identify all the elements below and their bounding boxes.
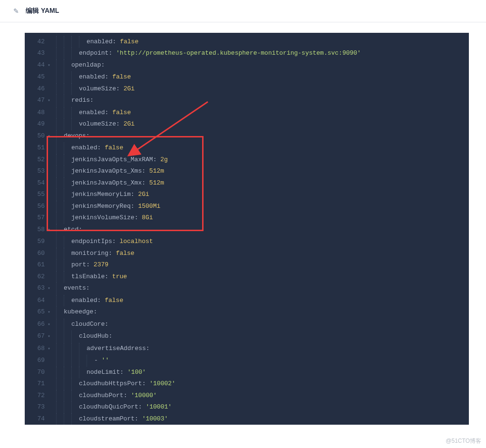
code-content[interactable]: events: [56,282,469,295]
code-line[interactable]: 53 jenkinsJavaOpts_Xms: 512m [25,166,469,177]
line-number: 46 [25,83,48,95]
code-line[interactable]: 57 jenkinsVolumeSize: 8Gi [25,212,469,224]
fold-toggle[interactable]: ▾ [48,306,56,319]
code-line[interactable]: 44▾ openldap: [25,59,469,72]
code-line[interactable]: 74 cloudstreamPort: '10003' [25,413,469,425]
line-number: 55 [25,189,48,201]
code-content[interactable]: cloudstreamPort: '10003' [56,413,469,425]
code-content[interactable]: nodeLimit: '100' [56,367,469,379]
code-line[interactable]: 64 enabled: false [25,295,469,307]
fold-toggle [48,36,56,48]
code-line[interactable]: 48 enabled: false [25,107,469,119]
code-content[interactable]: endpoint: 'http://prometheus-operated.ku… [56,48,469,59]
code-line[interactable]: 67▾ cloudHub: [25,331,469,343]
code-line[interactable]: 63▾ events: [25,282,469,295]
code-line[interactable]: 50▾ devops: [25,130,469,143]
fold-toggle [48,154,56,166]
code-line[interactable]: 68▾ advertiseAddress: [25,343,469,355]
fold-toggle[interactable]: ▾ [48,331,56,343]
code-line[interactable]: 41 Grumonitoring: [25,33,469,36]
fold-toggle [48,48,56,59]
code-line[interactable]: 47▾ redis: [25,95,469,107]
code-content[interactable]: enabled: false [56,295,469,307]
line-number: 47 [25,95,48,107]
code-line[interactable]: 46 volumeSize: 2Gi [25,83,469,95]
code-content[interactable]: cloudHub: [56,331,469,343]
code-content[interactable]: endpointIps: localhost [56,236,469,248]
fold-toggle[interactable]: ▾ [48,224,56,236]
code-line[interactable]: 60 monitoring: false [25,248,469,260]
code-content[interactable]: volumeSize: 2Gi [56,118,469,130]
fold-toggle [48,390,56,402]
code-line[interactable]: 61 port: 2379 [25,259,469,271]
code-content[interactable]: volumeSize: 2Gi [56,83,469,95]
fold-toggle [48,401,56,413]
code-line[interactable]: 58▾ etcd: [25,224,469,236]
code-line[interactable]: 65▾ kubeedge: [25,306,469,319]
code-content[interactable]: advertiseAddress: [56,343,469,355]
fold-toggle [48,201,56,213]
code-content[interactable]: devops: [56,130,469,143]
code-content[interactable]: jenkinsJavaOpts_Xmx: 512m [56,177,469,189]
code-content[interactable]: Grumonitoring: [56,33,469,36]
code-content[interactable]: jenkinsJavaOpts_Xms: 512m [56,166,469,177]
line-number: 44 [25,59,48,72]
code-line[interactable]: 70 nodeLimit: '100' [25,367,469,379]
fold-toggle [48,107,56,119]
code-content[interactable]: openldap: [56,59,469,72]
fold-toggle [48,189,56,201]
code-line[interactable]: 51 enabled: false [25,142,469,154]
code-line[interactable]: 56 jenkinsMemoryReq: 1500Mi [25,201,469,213]
code-content[interactable]: etcd: [56,224,469,236]
line-number: 43 [25,48,48,59]
code-content[interactable]: kubeedge: [56,306,469,319]
fold-toggle[interactable]: ▾ [48,59,56,72]
fold-toggle[interactable]: ▾ [48,95,56,107]
code-content[interactable]: cloudhubPort: '10000' [56,390,469,402]
code-content[interactable]: - '' [56,355,469,367]
fold-toggle[interactable]: ▾ [48,130,56,143]
code-content[interactable]: cloudhubQuicPort: '10001' [56,401,469,413]
line-number: 60 [25,248,48,260]
code-line[interactable]: 66▾ cloudCore: [25,319,469,331]
code-line[interactable]: 62 tlsEnable: true [25,271,469,283]
line-number: 51 [25,142,48,154]
code-content[interactable]: enabled: false [56,142,469,154]
code-content[interactable]: monitoring: false [56,248,469,260]
code-content[interactable]: port: 2379 [56,259,469,271]
code-content[interactable]: redis: [56,95,469,107]
code-content[interactable]: jenkinsMemoryLim: 2Gi [56,189,469,201]
code-content[interactable]: cloudCore: [56,319,469,331]
line-number: 74 [25,413,48,425]
code-line[interactable]: 71 cloudhubHttpsPort: '10002' [25,378,469,390]
code-line[interactable]: 54 jenkinsJavaOpts_Xmx: 512m [25,177,469,189]
fold-toggle[interactable]: ▾ [48,319,56,331]
line-number: 65 [25,306,48,319]
line-number: 72 [25,390,48,402]
code-content[interactable]: tlsEnable: true [56,271,469,283]
page-title: 编辑 YAML [26,7,59,15]
fold-toggle[interactable]: ▾ [48,343,56,355]
fold-toggle[interactable]: ▾ [48,282,56,295]
code-line[interactable]: 73 cloudhubQuicPort: '10001' [25,401,469,413]
line-number: 49 [25,118,48,130]
code-content[interactable]: jenkinsJavaOpts_MaxRAM: 2g [56,154,469,166]
edit-icon: ✎ [13,7,19,15]
code-content[interactable]: enabled: false [56,107,469,119]
code-line[interactable]: 43 endpoint: 'http://prometheus-operated… [25,48,469,59]
line-number: 71 [25,378,48,390]
code-line[interactable]: 45 enabled: false [25,71,469,83]
code-line[interactable]: 49 volumeSize: 2Gi [25,118,469,130]
code-content[interactable]: jenkinsMemoryReq: 1500Mi [56,201,469,213]
code-line[interactable]: 59 endpointIps: localhost [25,236,469,248]
code-content[interactable]: enabled: false [56,71,469,83]
code-content[interactable]: enabled: false [56,36,469,48]
code-content[interactable]: jenkinsVolumeSize: 8Gi [56,212,469,224]
code-line[interactable]: 52 jenkinsJavaOpts_MaxRAM: 2g [25,154,469,166]
code-content[interactable]: cloudhubHttpsPort: '10002' [56,378,469,390]
code-line[interactable]: 69 - '' [25,355,469,367]
code-line[interactable]: 55 jenkinsMemoryLim: 2Gi [25,189,469,201]
code-line[interactable]: 72 cloudhubPort: '10000' [25,390,469,402]
yaml-editor[interactable]: 41 Grumonitoring:42 enabled: false43 end… [25,33,469,425]
code-line[interactable]: 42 enabled: false [25,36,469,48]
